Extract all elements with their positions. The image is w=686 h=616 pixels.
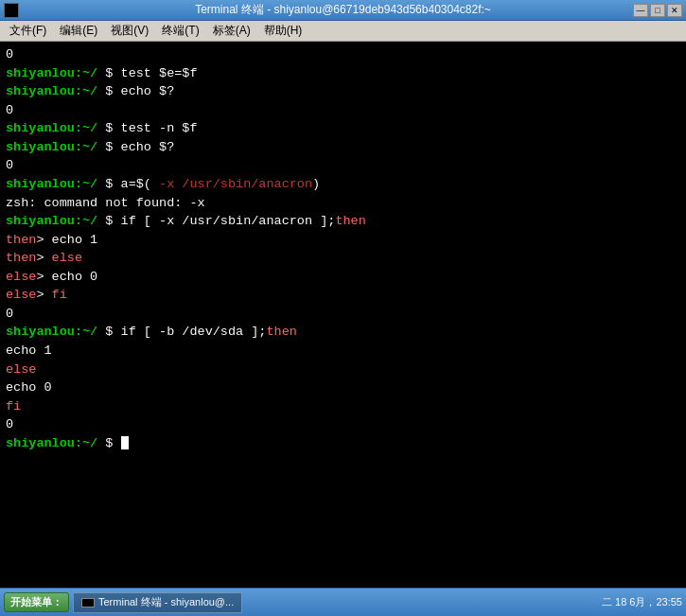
terminal-line: shiyanlou:~/ $ if [ -b /dev/sda ];then xyxy=(6,323,680,342)
titlebar: Terminal 终端 - shiyanlou@66719deb943d56b4… xyxy=(0,0,686,21)
start-label: 开始菜单： xyxy=(10,595,62,609)
terminal-line: shiyanlou:~/ $ echo $? xyxy=(6,138,680,157)
terminal-line: fi xyxy=(6,397,680,416)
taskbar-terminal-item[interactable]: Terminal 终端 - shiyanlou@... xyxy=(73,592,242,613)
taskbar-right: 二 18 6月，23:55 xyxy=(602,595,682,609)
terminal-line: then> else xyxy=(6,249,680,268)
app-icon xyxy=(4,3,19,18)
terminal-line: shiyanlou:~/ $ echo $? xyxy=(6,82,680,101)
terminal-line: else> echo 0 xyxy=(6,268,680,287)
close-button[interactable]: ✕ xyxy=(667,4,682,17)
menu-edit[interactable]: 编辑(E) xyxy=(54,21,103,41)
terminal-line: 0 xyxy=(6,45,680,64)
menu-help[interactable]: 帮助(H) xyxy=(258,21,308,41)
terminal-cursor xyxy=(121,436,129,449)
terminal-line: else xyxy=(6,361,680,379)
menu-view[interactable]: 视图(V) xyxy=(105,21,154,41)
terminal-line: else> fi xyxy=(6,286,680,305)
terminal-line: shiyanlou:~/ $ if [ -x /usr/sbin/anacron… xyxy=(6,212,680,231)
taskbar-terminal-label: Terminal 终端 - shiyanlou@... xyxy=(98,595,234,609)
terminal-line: shiyanlou:~/ $ test $e=$f xyxy=(6,64,680,83)
menu-tab[interactable]: 标签(A) xyxy=(207,21,256,41)
titlebar-buttons: — □ ✕ xyxy=(633,4,682,17)
terminal-line: 0 xyxy=(6,101,680,120)
terminal-line: zsh: command not found: -x xyxy=(6,194,680,213)
terminal-line: echo 1 xyxy=(6,342,680,361)
taskbar-clock: 二 18 6月，23:55 xyxy=(602,595,682,609)
terminal-output[interactable]: 0 shiyanlou:~/ $ test $e=$f shiyanlou:~/… xyxy=(0,42,686,588)
taskbar-left: 开始菜单： Terminal 终端 - shiyanlou@... xyxy=(4,592,242,613)
titlebar-left xyxy=(4,3,19,18)
terminal-prompt-line: shiyanlou:~/ $ xyxy=(6,434,680,453)
terminal-icon xyxy=(81,598,95,607)
minimize-button[interactable]: — xyxy=(633,4,648,17)
menu-file[interactable]: 文件(F) xyxy=(4,21,52,41)
taskbar: 开始菜单： Terminal 终端 - shiyanlou@... 二 18 6… xyxy=(0,588,686,616)
terminal-line: shiyanlou:~/ $ a=$( -x /usr/sbin/anacron… xyxy=(6,175,680,194)
terminal-line: 0 xyxy=(6,156,680,175)
menu-terminal[interactable]: 终端(T) xyxy=(156,21,204,41)
terminal-line: 0 xyxy=(6,415,680,434)
start-button[interactable]: 开始菜单： xyxy=(4,592,69,612)
titlebar-title: Terminal 终端 - shiyanlou@66719deb943d56b4… xyxy=(195,2,491,18)
terminal-line: shiyanlou:~/ $ test -n $f xyxy=(6,119,680,138)
terminal-line: echo 0 xyxy=(6,378,680,397)
maximize-button[interactable]: □ xyxy=(650,4,665,17)
menubar: 文件(F) 编辑(E) 视图(V) 终端(T) 标签(A) 帮助(H) xyxy=(0,21,686,42)
terminal-line: then> echo 1 xyxy=(6,231,680,250)
terminal-line: 0 xyxy=(6,305,680,324)
